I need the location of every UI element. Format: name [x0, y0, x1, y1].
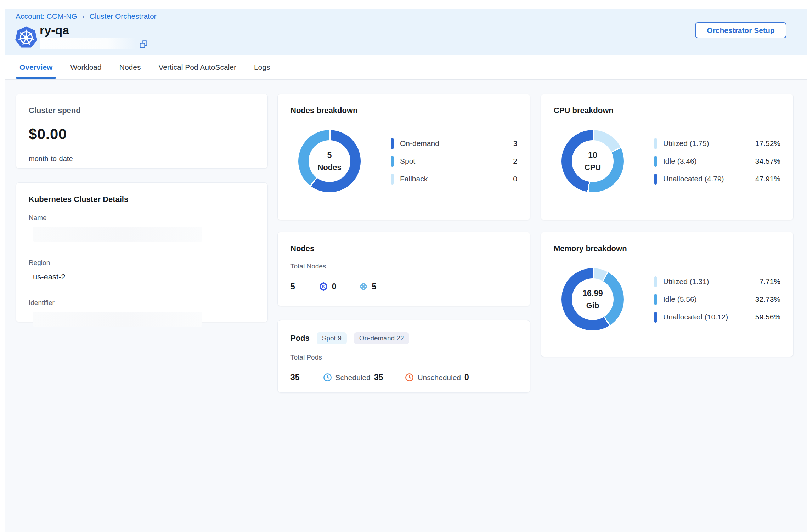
- karpenter-icon: K: [318, 282, 328, 292]
- donut-center-label: CPU: [585, 163, 601, 172]
- karpenter-nodes-stat: K 0: [318, 282, 337, 292]
- scheduled-value: 35: [374, 373, 383, 382]
- tab-logs[interactable]: Logs: [254, 55, 270, 79]
- donut-center-value: 16.99: [582, 289, 603, 298]
- unscheduled-label: Unscheduled: [417, 373, 461, 382]
- memory-breakdown-title: Memory breakdown: [554, 244, 780, 253]
- legend-marker: [391, 174, 394, 185]
- cluster-details-card: Kubernetes Cluster Details Name Region u…: [16, 182, 268, 322]
- identifier-field-label: Identifier: [29, 299, 255, 307]
- legend-item-utilized: Utilized (1.31) 7.71%: [654, 276, 780, 287]
- legend-label: Unallocated (4.79): [663, 175, 724, 183]
- legend-item-unallocated: Unallocated (4.79) 47.91%: [654, 174, 780, 185]
- breadcrumb-account-link[interactable]: Account: CCM-NG: [16, 12, 77, 21]
- scheduled-label: Scheduled: [335, 373, 371, 382]
- tab-workload[interactable]: Workload: [70, 55, 101, 79]
- cluster-autoscaler-icon: [359, 282, 368, 292]
- memory-donut-chart: 16.99 Gib: [561, 268, 624, 330]
- legend-marker: [391, 138, 394, 149]
- tab-overview[interactable]: Overview: [19, 55, 52, 79]
- identifier-field-redacted: [33, 312, 202, 327]
- cluster-orchestrator-page: Account: CCM-NG › Cluster Orchestrator r…: [0, 0, 807, 532]
- nodes-breakdown-title: Nodes breakdown: [290, 106, 517, 115]
- total-pods-value: 35: [290, 373, 300, 382]
- legend-label: Utilized (1.31): [663, 277, 709, 286]
- legend-item-utilized: Utilized (1.75) 17.52%: [654, 138, 780, 149]
- legend-item-on-demand: On-demand 3: [391, 138, 517, 149]
- legend-marker: [654, 174, 657, 185]
- cluster-spend-period: month-to-date: [29, 155, 255, 163]
- legend-marker: [654, 294, 657, 305]
- cpu-breakdown-card: CPU breakdown 10 CPU Utilized (1.75) 17.…: [541, 94, 794, 220]
- cpu-donut-chart: 10 CPU: [561, 130, 624, 192]
- cpu-breakdown-legend: Utilized (1.75) 17.52% Idle (3.46) 34.57…: [654, 138, 780, 185]
- unscheduled-clock-icon: [405, 373, 414, 382]
- tab-nodes[interactable]: Nodes: [119, 55, 141, 79]
- cpu-breakdown-title: CPU breakdown: [554, 106, 780, 115]
- legend-item-fallback: Fallback 0: [391, 174, 517, 185]
- total-nodes-label: Total Nodes: [290, 262, 517, 270]
- breadcrumb: Account: CCM-NG › Cluster Orchestrator: [16, 12, 157, 21]
- breadcrumb-separator-icon: ›: [82, 12, 85, 21]
- memory-breakdown-card: Memory breakdown 16.99 Gib Utilized (1.3…: [541, 232, 794, 357]
- legend-marker: [654, 276, 657, 287]
- legend-label: Utilized (1.75): [663, 139, 709, 148]
- kubernetes-icon: [15, 26, 38, 49]
- legend-item-idle: Idle (3.46) 34.57%: [654, 156, 780, 167]
- autoscaler-nodes-stat: 5: [359, 282, 377, 292]
- legend-marker: [654, 156, 657, 167]
- tab-vertical-pod-autoscaler[interactable]: Vertical Pod AutoScaler: [158, 55, 236, 79]
- memory-breakdown-legend: Utilized (1.31) 7.71% Idle (5.56) 32.73%…: [654, 276, 780, 323]
- nodes-donut-chart: 5 Nodes: [298, 130, 361, 192]
- total-pods-label: Total Pods: [290, 353, 517, 361]
- cluster-spend-amount: $0.00: [29, 126, 255, 143]
- name-field-redacted: [33, 227, 202, 242]
- karpenter-nodes-value: 0: [332, 282, 337, 292]
- svg-text:K: K: [322, 284, 325, 289]
- legend-marker: [654, 312, 657, 323]
- cluster-id-redacted: [40, 38, 136, 49]
- scheduled-clock-icon: [323, 373, 332, 382]
- pods-card: Pods Spot 9 On-demand 22 Total Pods 35 S…: [277, 320, 530, 393]
- legend-marker: [654, 138, 657, 149]
- legend-marker: [391, 156, 394, 167]
- region-field-value: us-east-2: [33, 272, 255, 282]
- cluster-details-title: Kubernetes Cluster Details: [29, 195, 255, 204]
- nodes-card: Nodes Total Nodes 5 K 0: [277, 232, 530, 306]
- page-header: Account: CCM-NG › Cluster Orchestrator r…: [5, 9, 807, 55]
- donut-center-label: Gib: [586, 301, 599, 310]
- nodes-breakdown-legend: On-demand 3 Spot 2 Fallback 0: [391, 138, 517, 185]
- divider: [29, 249, 255, 249]
- content-area: Cluster spend $0.00 month-to-date Kubern…: [5, 80, 807, 532]
- cluster-spend-card: Cluster spend $0.00 month-to-date: [16, 94, 268, 169]
- legend-value: 2: [513, 157, 517, 165]
- legend-item-unallocated: Unallocated (10.12) 59.56%: [654, 312, 780, 323]
- page-title: ry-qa: [40, 23, 69, 37]
- pods-card-title: Pods: [290, 334, 310, 343]
- donut-center-label: Nodes: [317, 163, 341, 172]
- legend-value: 32.73%: [755, 295, 780, 304]
- orchestrator-setup-button[interactable]: Orchestrator Setup: [695, 22, 786, 38]
- legend-value: 7.71%: [759, 277, 780, 286]
- scheduled-pods-stat: Scheduled 35: [323, 373, 383, 382]
- legend-label: Idle (5.56): [663, 295, 697, 304]
- legend-item-spot: Spot 2: [391, 156, 517, 167]
- autoscaler-nodes-value: 5: [372, 282, 377, 292]
- nodes-breakdown-card: Nodes breakdown 5 Nodes On-demand 3: [277, 94, 530, 220]
- legend-value: 47.91%: [755, 175, 780, 183]
- breadcrumb-section-link[interactable]: Cluster Orchestrator: [90, 12, 157, 21]
- on-demand-pods-badge: On-demand 22: [354, 332, 410, 344]
- copy-icon[interactable]: [139, 40, 148, 49]
- tab-bar: Overview Workload Nodes Vertical Pod Aut…: [5, 55, 807, 80]
- name-field-label: Name: [29, 214, 255, 222]
- cluster-spend-title: Cluster spend: [29, 106, 255, 115]
- legend-value: 0: [513, 175, 517, 183]
- legend-label: Fallback: [400, 175, 428, 183]
- unscheduled-value: 0: [464, 373, 469, 382]
- legend-value: 17.52%: [755, 139, 780, 148]
- legend-value: 34.57%: [755, 157, 780, 165]
- legend-value: 3: [513, 139, 517, 148]
- total-nodes-value: 5: [290, 282, 295, 292]
- legend-item-idle: Idle (5.56) 32.73%: [654, 294, 780, 305]
- legend-label: On-demand: [400, 139, 439, 148]
